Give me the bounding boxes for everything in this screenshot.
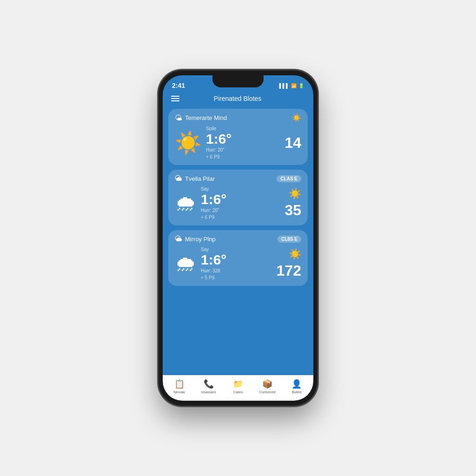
sun-icon-header-1: ☀️ [292,113,301,122]
weather-temp-3: 1:6° [201,253,272,267]
sun-icon-3: ☀️ [289,248,301,260]
bottom-nav: 📋 Ninnak 📞 Imasians 📁 Cates 📦 Corforced … [163,375,313,401]
phone-screen: 2:41 ▌▌▌ 📶 🔋 Pirenated Blotes [163,75,313,401]
nav-label-3: Corforced [259,390,276,394]
weather-icon-3: 🌧 [175,253,196,274]
weather-icon-1: ☀️ [175,132,201,153]
weather-label-3: Say [201,247,272,252]
header-title: Pirenated Blotes [214,95,262,102]
right-col-1: 14 [284,134,301,152]
notch [212,75,264,87]
weather-label-1: Spile [206,126,280,131]
nav-icon-2: 📁 [233,379,243,389]
weather-temp-1: 1:6° [206,132,280,146]
weather-humidity-2: Hurr: 20" [201,208,280,213]
sun-icon-2: ☀️ [289,188,301,200]
menu-icon[interactable] [171,96,179,101]
nav-item-1[interactable]: 📞 Imasians [198,379,220,394]
weather-humidity-3: Hurr: 328 [201,268,272,273]
weather-temp-2: 1:6° [201,192,280,206]
cloud-icon-3: 🌥 [175,235,182,243]
weather-info-1: Spile 1:6° Hurr: 20" + 6 P9 [206,126,280,159]
nav-item-3[interactable]: 📦 Corforced [256,379,278,394]
cloud-icon-2: 🌥 [175,174,182,183]
nav-icon-1: 📞 [204,379,214,389]
card-header-left-2: 🌥 Tvella Pilar [175,174,215,183]
card-header-3: 🌥 Mirroy Plnp CL8S E [175,235,301,243]
card-title-1: Temerarte Mind [185,114,227,121]
nav-item-2[interactable]: 📁 Cates [227,379,249,394]
nav-label-1: Imasians [201,390,216,394]
weather-icon-2: 🌧 [175,192,196,214]
nav-label-0: Ninnak [173,390,185,394]
status-icons: ▌▌▌ 📶 🔋 [279,83,304,88]
signal-icon: ▌▌▌ [279,83,289,88]
card-body-3: 🌧 Say 1:6° Hurr: 328 + 5 P9 ☀️ 172 [175,247,301,280]
weather-extra-2: + 6 P9 [201,215,280,220]
nav-label-4: Buted [292,390,302,394]
weather-label-2: Say [201,186,280,192]
weather-value-1: 14 [284,134,301,152]
card-header-left-3: 🌥 Mirroy Plnp [175,235,216,243]
nav-item-4[interactable]: 👤 Buted [285,379,308,394]
weather-extra-1: + 6 P9 [206,154,280,159]
weather-card-1[interactable]: 🌤 Temerarte Mind ☀️ ☀️ Spile 1:6° Hurr: … [168,109,308,165]
right-col-3: ☀️ 172 [277,248,301,279]
weather-value-2: 35 [284,202,301,219]
card-header-1: 🌤 Temerarte Mind ☀️ [175,113,301,122]
status-time: 2:41 [172,82,185,89]
wifi-icon: 📶 [291,83,297,88]
power-button [317,136,319,161]
card-badge-2: CLAS E [277,175,301,182]
card-badge-3: CL8S E [278,236,301,243]
nav-label-2: Cates [233,390,243,394]
weather-content: 🌤 Temerarte Mind ☀️ ☀️ Spile 1:6° Hurr: … [163,106,313,375]
card-body-2: 🌧 Say 1:6° Hurr: 20" + 6 P9 ☀️ 35 [175,186,301,220]
weather-extra-3: + 5 P9 [201,275,272,280]
nav-icon-3: 📦 [262,379,272,389]
cloud-icon-1: 🌤 [175,114,182,122]
weather-info-3: Say 1:6° Hurr: 328 + 5 P9 [201,247,272,280]
nav-icon-0: 📋 [174,379,185,389]
weather-info-2: Say 1:6° Hurr: 20" + 6 P9 [201,186,280,220]
phone-container: 2:41 ▌▌▌ 📶 🔋 Pirenated Blotes [159,71,317,405]
battery-icon: 🔋 [298,83,304,88]
top-bar: Pirenated Blotes [163,92,313,106]
card-body-1: ☀️ Spile 1:6° Hurr: 20" + 6 P9 14 [175,126,301,159]
weather-card-2[interactable]: 🌥 Tvella Pilar CLAS E 🌧 Say 1:6° Hurr: 2… [168,170,308,225]
card-title-2: Tvella Pilar [185,175,215,182]
nav-item-0[interactable]: 📋 Ninnak [168,379,191,394]
weather-humidity-1: Hurr: 20" [206,147,280,152]
nav-icon-4: 👤 [291,379,302,389]
weather-value-3: 172 [277,262,301,279]
right-col-2: ☀️ 35 [284,188,301,219]
weather-card-3[interactable]: 🌥 Mirroy Plnp CL8S E 🌧 Say 1:6° Hurr: 32… [168,230,308,286]
card-header-left-1: 🌤 Temerarte Mind [175,114,227,122]
card-header-2: 🌥 Tvella Pilar CLAS E [175,174,301,183]
card-title-3: Mirroy Plnp [185,236,216,243]
phone-frame: 2:41 ▌▌▌ 📶 🔋 Pirenated Blotes [159,71,317,405]
